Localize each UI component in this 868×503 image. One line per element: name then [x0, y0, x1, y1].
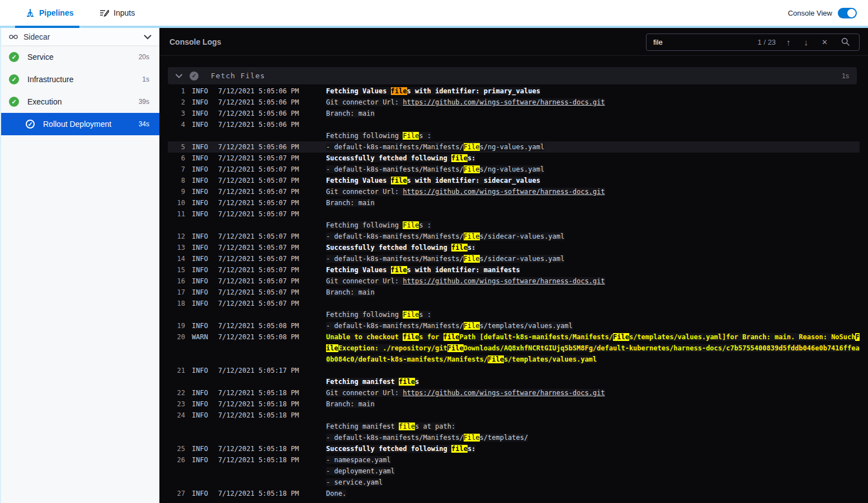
log-line: 17INFO7/12/2021 5:05:07 PMBranch: main [168, 287, 860, 298]
log-section-header[interactable]: ✓ Fetch Files 1s [168, 67, 857, 84]
step-duration: 20s [139, 53, 149, 61]
log-line: 24INFO7/12/2021 5:05:18 PM [168, 410, 860, 421]
tab-pipelines[interactable]: Pipelines [26, 0, 73, 26]
console-panel: Console Logs 1 / 23 ↑ ↓ ✕ ✓ Fetch Files … [159, 28, 868, 503]
log-line: 20WARN7/12/2021 5:05:08 PMUnable to chec… [168, 331, 860, 343]
log-line-continuation: Fetching manifest files [168, 376, 860, 387]
step-label: Execution [27, 97, 62, 106]
tab-inputs[interactable]: Inputs [100, 0, 135, 26]
status-success-icon: ✓ [9, 74, 19, 84]
log-line: 12INFO7/12/2021 5:05:07 PM- default-k8s-… [168, 231, 860, 242]
step-label: Infrastructure [27, 75, 73, 84]
search-match-counter: 1 / 23 [758, 38, 776, 46]
log-link[interactable]: https://github.com/wings-software/harnes… [403, 188, 605, 196]
log-line-continuation: Fetching following Files : [168, 130, 860, 141]
chevron-down-icon[interactable] [144, 32, 152, 42]
sidebar-item-infrastructure[interactable]: ✓Infrastructure1s [1, 68, 159, 91]
log-line-continuation: - service.yaml [168, 477, 860, 488]
section-duration: 1s [842, 72, 849, 80]
log-line: 27INFO7/12/2021 5:05:18 PMDone. [168, 488, 860, 499]
tab-inputs-label: Inputs [114, 8, 135, 17]
sidebar-item-rollout-deployment[interactable]: ✓Rollout Deployment34s [1, 113, 159, 135]
log-line: 9INFO7/12/2021 5:05:07 PMGit connector U… [168, 186, 860, 197]
pipeline-icon [26, 8, 35, 17]
log-line: 22INFO7/12/2021 5:05:18 PMGit connector … [168, 387, 860, 398]
log-line: 21INFO7/12/2021 5:05:17 PM [168, 365, 860, 376]
step-label: Service [27, 53, 54, 61]
inputs-icon [100, 8, 109, 17]
log-line: 5INFO7/12/2021 5:05:06 PM- default-k8s-m… [168, 141, 860, 153]
stage-selector[interactable]: Sidecar [1, 28, 159, 46]
next-match-button[interactable]: ↓ [801, 38, 812, 46]
log-line-continuation: - default-k8s-manifests/Manifests/Files/… [168, 432, 860, 443]
log-link[interactable]: https://github.com/wings-software/harnes… [403, 98, 605, 106]
log-line: 18INFO7/12/2021 5:05:07 PM [168, 298, 860, 309]
log-line: 13INFO7/12/2021 5:05:07 PMSuccessfully f… [168, 242, 860, 253]
step-duration: 1s [142, 75, 149, 83]
log-line: 8INFO7/12/2021 5:05:07 PMFetching Values… [168, 175, 860, 186]
step-label: Rollout Deployment [43, 120, 111, 129]
log-line-continuation: 0b084c0/default-k8s-manifests/Manifests/… [168, 354, 860, 365]
console-view-toggle[interactable] [838, 8, 857, 18]
log-line: 11INFO7/12/2021 5:05:07 PM [168, 208, 860, 220]
log-line-continuation: - deployment.yaml [168, 466, 860, 477]
toggle-knob [847, 9, 856, 17]
log-line: 23INFO7/12/2021 5:05:18 PMBranch: main [168, 398, 860, 410]
stage-sidebar: Sidecar ✓Service20s✓Infrastructure1s✓Exe… [0, 28, 159, 503]
collapse-chevron-icon[interactable] [176, 74, 182, 78]
previous-match-button[interactable]: ↑ [784, 38, 794, 46]
log-link[interactable]: https://github.com/wings-software/harnes… [403, 277, 605, 285]
log-line: 14INFO7/12/2021 5:05:07 PM- default-k8s-… [168, 253, 860, 264]
log-output: 1INFO7/12/2021 5:05:06 PMFetching Values… [168, 86, 860, 499]
step-success-icon: ✓ [190, 72, 199, 80]
status-success-icon: ✓ [9, 97, 19, 107]
log-line: 6INFO7/12/2021 5:05:07 PMSuccessfully fe… [168, 153, 860, 164]
search-icon[interactable] [838, 37, 852, 47]
log-search-box: 1 / 23 ↑ ↓ ✕ [646, 34, 860, 51]
status-success-icon: ✓ [9, 52, 19, 62]
log-line-continuation: Fetching manifest files at path: [168, 421, 860, 432]
log-line: 2INFO7/12/2021 5:05:06 PMGit connector U… [168, 97, 860, 108]
stage-title: Sidecar [23, 32, 50, 41]
log-line: 16INFO7/12/2021 5:05:07 PMGit connector … [168, 276, 860, 287]
log-line-continuation: ileException: ./repository/gitFileDownlo… [168, 343, 860, 354]
log-line: 3INFO7/12/2021 5:05:06 PMBranch: main [168, 108, 860, 119]
log-line: 25INFO7/12/2021 5:05:18 PMSuccessfully f… [168, 443, 860, 454]
log-line-continuation: Fetching following Files : [168, 220, 860, 231]
console-title: Console Logs [169, 37, 221, 46]
top-bar: Pipelines Inputs Console View [0, 0, 868, 26]
log-line: 19INFO7/12/2021 5:05:08 PM- default-k8s-… [168, 320, 860, 331]
log-line: 4INFO7/12/2021 5:05:06 PM [168, 119, 860, 130]
status-success-icon: ✓ [26, 120, 35, 129]
console-header: Console Logs 1 / 23 ↑ ↓ ✕ [159, 28, 868, 56]
step-duration: 39s [139, 98, 149, 106]
log-line: 26INFO7/12/2021 5:05:18 PM- namespace.ya… [168, 454, 860, 466]
log-section-title: Fetch Files [211, 72, 265, 80]
log-line: 15INFO7/12/2021 5:05:07 PMFetching Value… [168, 264, 860, 276]
sidebar-item-service[interactable]: ✓Service20s [1, 46, 159, 68]
console-view-label: Console View [788, 9, 832, 17]
step-list: ✓Service20s✓Infrastructure1s✓Execution39… [1, 46, 159, 135]
step-duration: 34s [139, 120, 149, 128]
tab-underline [0, 26, 868, 28]
log-link[interactable]: https://github.com/wings-software/harnes… [403, 389, 605, 397]
sidebar-item-execution[interactable]: ✓Execution39s [1, 91, 159, 113]
log-line: 1INFO7/12/2021 5:05:06 PMFetching Values… [168, 86, 860, 97]
log-line-continuation: Fetching following Files : [168, 309, 860, 320]
tab-pipelines-label: Pipelines [39, 8, 73, 17]
clear-search-button[interactable]: ✕ [819, 39, 831, 46]
search-input[interactable] [653, 38, 750, 46]
log-line: 10INFO7/12/2021 5:05:07 PMBranch: main [168, 197, 860, 208]
link-icon [9, 32, 18, 42]
active-tab-indicator [15, 26, 79, 28]
log-line: 7INFO7/12/2021 5:05:07 PM- default-k8s-m… [168, 164, 860, 175]
